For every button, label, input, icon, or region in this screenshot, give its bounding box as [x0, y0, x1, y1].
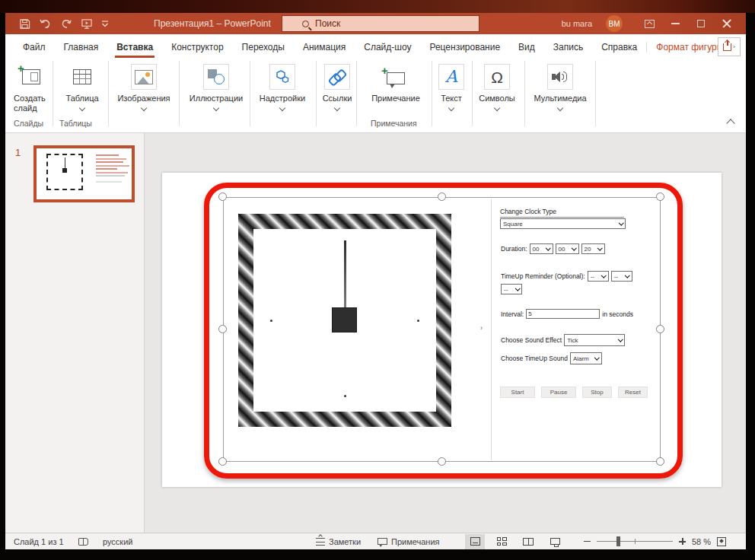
- comments-toggle[interactable]: Примечания: [378, 533, 440, 549]
- undo-icon[interactable]: [39, 16, 52, 31]
- content-area: 1: [5, 133, 746, 533]
- comments-label: Примечания: [391, 537, 440, 546]
- reminder-minutes-dropdown[interactable]: --: [611, 271, 632, 282]
- tab-review[interactable]: Рецензирование: [420, 34, 509, 59]
- tab-file[interactable]: Файл: [14, 34, 55, 59]
- avatar[interactable]: BM: [606, 15, 623, 32]
- collapse-ribbon-icon[interactable]: [726, 119, 734, 127]
- tab-insert[interactable]: Вставка: [107, 34, 162, 59]
- square-clock-widget[interactable]: [238, 214, 451, 427]
- minimize-icon[interactable]: [662, 13, 688, 34]
- addin-pane-divider: [491, 199, 492, 460]
- slide-sorter-button[interactable]: [492, 534, 511, 549]
- interval-input[interactable]: [526, 309, 600, 319]
- slideshow-view-button[interactable]: [545, 534, 565, 549]
- start-slideshow-icon[interactable]: [81, 16, 93, 31]
- symbols-button[interactable]: Ω Символы: [473, 64, 521, 110]
- images-button[interactable]: Изображения: [112, 64, 176, 110]
- tab-record[interactable]: Запись: [544, 34, 592, 59]
- resize-handle-middle-right[interactable]: [656, 325, 664, 333]
- ribbon-separator: [356, 61, 357, 126]
- reminder-seconds-dropdown[interactable]: --: [501, 284, 522, 294]
- spellcheck-book-icon[interactable]: [78, 538, 88, 546]
- ribbon-separator: [472, 61, 473, 126]
- new-slide-button[interactable]: Создать слайд: [8, 64, 54, 113]
- ribbon: Создать слайд Слайды Таблица Таблицы Изо…: [5, 59, 746, 133]
- sound-effect-dropdown[interactable]: Tick: [564, 334, 625, 346]
- slide-counter[interactable]: Слайд 1 из 1: [14, 537, 64, 546]
- table-button[interactable]: Таблица: [59, 64, 106, 110]
- resize-handle-bottom-right[interactable]: [656, 457, 664, 466]
- timeup-sound-dropdown[interactable]: Alarm: [570, 352, 602, 364]
- ribbon-separator: [179, 61, 180, 126]
- resize-handle-middle-left[interactable]: [218, 325, 227, 333]
- clock-type-dropdown[interactable]: Square: [500, 218, 626, 229]
- clock-dot-9: [270, 320, 272, 322]
- pane-collapse-arrow[interactable]: ›: [480, 324, 483, 332]
- user-name[interactable]: bu mara: [562, 19, 592, 28]
- tab-help[interactable]: Справка: [592, 34, 646, 59]
- text-button[interactable]: A Текст: [433, 64, 470, 110]
- close-icon[interactable]: [714, 13, 740, 34]
- chevron-down-icon: [594, 355, 599, 359]
- redo-icon[interactable]: [60, 16, 72, 31]
- resize-handle-bottom-middle[interactable]: [438, 457, 446, 466]
- slide-sorter-icon: [497, 537, 507, 546]
- slide-thumbnail[interactable]: [33, 145, 135, 202]
- tab-animations[interactable]: Анимация: [294, 34, 355, 59]
- zoom-in-icon[interactable]: [679, 538, 686, 545]
- tab-transitions[interactable]: Переходы: [233, 34, 294, 59]
- share-button[interactable]: ›: [718, 37, 741, 56]
- tab-slideshow[interactable]: Слайд-шоу: [355, 34, 420, 59]
- ribbon-display-icon[interactable]: [636, 13, 662, 34]
- tab-view[interactable]: Вид: [509, 34, 544, 59]
- tab-design[interactable]: Конструктор: [162, 34, 232, 59]
- resize-handle-top-middle[interactable]: [438, 192, 446, 201]
- stop-button[interactable]: Stop: [582, 387, 612, 398]
- fit-to-window-icon[interactable]: [717, 537, 726, 546]
- comments-icon: [378, 538, 387, 545]
- duration-hours-dropdown[interactable]: 00: [530, 243, 553, 254]
- media-button[interactable]: Мультимедиа: [527, 64, 593, 110]
- media-label: Мультимедиа: [534, 94, 586, 103]
- maximize-icon[interactable]: [688, 13, 714, 34]
- tab-home[interactable]: Главная: [55, 34, 108, 59]
- language-indicator[interactable]: русский: [103, 537, 132, 546]
- pause-button[interactable]: Pause: [541, 387, 576, 398]
- save-icon[interactable]: [19, 16, 30, 31]
- search-input[interactable]: Поиск: [282, 15, 479, 32]
- clock-center-square: [332, 307, 357, 332]
- comment-icon: [387, 72, 405, 84]
- zoom-level[interactable]: 58 %: [692, 537, 711, 546]
- zoom-out-icon[interactable]: [584, 541, 591, 542]
- normal-view-button[interactable]: [465, 534, 485, 549]
- clock-settings-panel: Change Clock Type Square Duration: 00 00: [499, 205, 636, 473]
- reset-button[interactable]: Reset: [618, 387, 648, 398]
- illustrations-icon: [208, 69, 225, 84]
- addins-button[interactable]: Надстройки: [253, 64, 311, 110]
- duration-seconds-dropdown[interactable]: 20: [581, 243, 605, 254]
- new-slide-icon: [22, 69, 40, 84]
- reminder-hours-dropdown[interactable]: --: [588, 271, 609, 282]
- normal-view-icon: [470, 537, 480, 546]
- links-button[interactable]: Ссылки: [318, 64, 356, 110]
- duration-minutes-dropdown[interactable]: 00: [556, 243, 579, 254]
- clock-face: [253, 229, 436, 412]
- resize-handle-top-left[interactable]: [218, 192, 227, 201]
- resize-handle-top-right[interactable]: [656, 192, 664, 201]
- customize-qat-icon[interactable]: [101, 16, 109, 31]
- ribbon-tab-row: Файл Главная Вставка Конструктор Переход…: [5, 34, 746, 59]
- reading-view-button[interactable]: [518, 534, 538, 549]
- illustrations-button[interactable]: Иллюстрации: [183, 64, 250, 110]
- resize-handle-bottom-left[interactable]: [218, 457, 227, 466]
- text-label: Текст: [441, 94, 462, 103]
- zoom-slider-thumb[interactable]: [616, 536, 620, 546]
- start-button[interactable]: Start: [500, 387, 535, 398]
- tables-group-label: Таблицы: [59, 119, 92, 128]
- notes-label: Заметки: [329, 537, 361, 546]
- new-comment-button[interactable]: Примечание: [363, 64, 428, 103]
- chevron-down-icon: [279, 105, 285, 111]
- chevron-down-icon: [601, 272, 606, 277]
- notes-toggle[interactable]: Заметки: [316, 533, 361, 549]
- zoom-slider[interactable]: [597, 541, 673, 542]
